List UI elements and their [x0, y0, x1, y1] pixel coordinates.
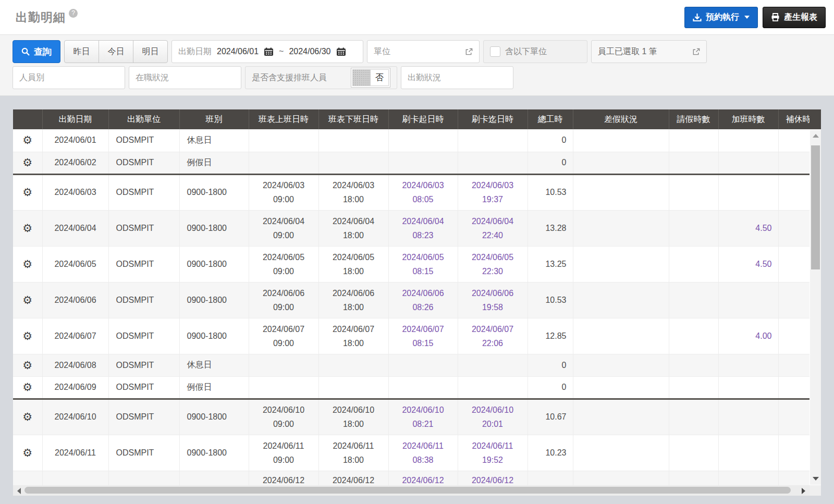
attendance-status-select[interactable]: 出勤狀況: [401, 66, 513, 89]
punch-in-cell[interactable]: 2024/06/10 08:21: [388, 399, 458, 435]
overtime-hours-cell[interactable]: [718, 376, 778, 399]
overtime-hours-cell[interactable]: [718, 354, 778, 376]
punch-out-cell[interactable]: 2024/06/12: [458, 471, 528, 485]
column-header[interactable]: 班表下班日時: [318, 109, 388, 129]
employment-status-select[interactable]: 在職狀況: [129, 66, 241, 89]
leave-hours-cell: [669, 210, 718, 246]
attendance-date-cell: 2024/06/11: [42, 435, 108, 471]
punch-out-cell[interactable]: [458, 354, 528, 376]
overtime-hours-cell[interactable]: [718, 129, 778, 152]
punch-out-cell[interactable]: 2024/06/04 22:40: [458, 210, 528, 246]
gear-icon[interactable]: ⚙: [22, 186, 32, 198]
shift-cell: 0900-1800: [179, 282, 249, 318]
scroll-up-icon[interactable]: [813, 134, 819, 138]
overtime-hours-cell[interactable]: [718, 174, 778, 210]
vertical-scrollbar[interactable]: [810, 130, 821, 485]
column-header[interactable]: [13, 109, 42, 129]
overtime-hours-cell[interactable]: 4.50: [718, 246, 778, 282]
punch-in-cell[interactable]: 2024/06/12: [388, 471, 458, 485]
help-icon[interactable]: ?: [69, 9, 78, 18]
gear-icon[interactable]: ⚙: [22, 134, 32, 146]
punch-out-cell[interactable]: 2024/06/06 19:58: [458, 282, 528, 318]
attendance-unit-cell: ODSMPIT: [108, 376, 179, 399]
punch-out-cell[interactable]: [458, 376, 528, 399]
query-button[interactable]: 查詢: [13, 40, 60, 63]
overtime-hours-cell[interactable]: [718, 435, 778, 471]
column-header[interactable]: 出勤單位: [108, 109, 179, 129]
person-type-select[interactable]: 人員別: [13, 66, 125, 89]
gear-icon[interactable]: ⚙: [22, 411, 32, 423]
punch-out-cell[interactable]: [458, 129, 528, 152]
unit-picker[interactable]: 單位: [367, 40, 480, 63]
gear-icon[interactable]: ⚙: [22, 156, 32, 168]
punch-in-cell[interactable]: 2024/06/06 08:26: [388, 282, 458, 318]
punch-in-cell[interactable]: [388, 376, 458, 399]
overtime-hours-cell[interactable]: [718, 471, 778, 485]
scroll-right-icon[interactable]: [802, 488, 805, 494]
leave-status-cell: [573, 399, 669, 435]
gear-icon[interactable]: ⚙: [22, 447, 32, 459]
today-button[interactable]: 今日: [99, 40, 133, 63]
gear-icon[interactable]: ⚙: [22, 258, 32, 270]
calendar-icon[interactable]: [336, 47, 346, 56]
overtime-hours-cell[interactable]: [718, 399, 778, 435]
scroll-down-icon[interactable]: [813, 477, 819, 481]
column-header[interactable]: 刷卡起日時: [388, 109, 458, 129]
column-header[interactable]: 加班時數: [718, 109, 778, 129]
include-sub-units-checkbox[interactable]: [490, 46, 500, 57]
punch-out-cell[interactable]: 2024/06/07 22:06: [458, 318, 528, 354]
column-header[interactable]: 差假狀況: [573, 109, 669, 129]
generate-report-button[interactable]: 產生報表: [763, 7, 826, 28]
vertical-scroll-thumb[interactable]: [811, 145, 820, 269]
column-header[interactable]: 請假時數: [669, 109, 718, 129]
punch-out-cell[interactable]: [458, 152, 528, 174]
punch-in-cell[interactable]: 2024/06/11 08:38: [388, 435, 458, 471]
column-header[interactable]: 出勤日期: [42, 109, 108, 129]
punch-out-cell[interactable]: 2024/06/05 22:30: [458, 246, 528, 282]
punch-in-cell[interactable]: 2024/06/05 08:15: [388, 246, 458, 282]
column-header[interactable]: 班別: [179, 109, 249, 129]
punch-in-cell[interactable]: [388, 354, 458, 376]
tomorrow-button[interactable]: 明日: [133, 40, 168, 63]
overtime-hours-cell[interactable]: 4.50: [718, 210, 778, 246]
overtime-hours-cell[interactable]: [718, 152, 778, 174]
table-row: ⚙ 2024/06/11 ODSMPIT 0900-1800 2024/06/1…: [13, 435, 810, 471]
column-header[interactable]: 刷卡迄日時: [458, 109, 528, 129]
yesterday-button[interactable]: 昨日: [64, 40, 99, 63]
total-hours-cell: 12.85: [528, 318, 573, 354]
gear-icon[interactable]: ⚙: [22, 222, 32, 234]
overtime-hours-cell[interactable]: 4.00: [718, 318, 778, 354]
scroll-left-icon[interactable]: [17, 488, 21, 494]
schedule-run-button[interactable]: 預約執行: [684, 7, 758, 28]
gear-icon[interactable]: ⚙: [22, 381, 32, 393]
gear-icon[interactable]: ⚙: [22, 330, 32, 342]
column-header[interactable]: 補休時數: [778, 109, 810, 129]
horizontal-scrollbar[interactable]: [13, 485, 810, 496]
punch-in-cell[interactable]: 2024/06/04 08:23: [388, 210, 458, 246]
punch-in-cell[interactable]: 2024/06/03 08:05: [388, 174, 458, 210]
support-shift-toggle[interactable]: 否: [351, 68, 390, 88]
employee-picker[interactable]: 員工已選取 1 筆: [591, 40, 707, 63]
punch-in-cell[interactable]: 2024/06/07 08:15: [388, 318, 458, 354]
punch-out-cell[interactable]: 2024/06/11 19:52: [458, 435, 528, 471]
date-to-value[interactable]: 2024/06/30: [289, 47, 330, 56]
external-link-icon[interactable]: [465, 48, 473, 56]
calendar-icon[interactable]: [264, 47, 274, 56]
punch-in-cell[interactable]: [388, 129, 458, 152]
horizontal-scroll-thumb[interactable]: [24, 487, 791, 494]
row-actions-cell: ⚙: [13, 354, 42, 376]
column-header[interactable]: 總工時: [528, 109, 573, 129]
shift-cell: [179, 471, 249, 485]
column-header[interactable]: 班表上班日時: [249, 109, 318, 129]
overtime-hours-cell[interactable]: [718, 282, 778, 318]
external-link-icon[interactable]: [692, 48, 700, 56]
punch-in-cell[interactable]: [388, 152, 458, 174]
scheduled-out-cell: 2024/06/12: [318, 471, 388, 485]
date-from-value[interactable]: 2024/06/01: [217, 47, 259, 56]
shift-cell: 例假日: [179, 376, 249, 399]
leave-status-cell: [573, 376, 669, 399]
gear-icon[interactable]: ⚙: [22, 294, 32, 306]
punch-out-cell[interactable]: 2024/06/10 20:01: [458, 399, 528, 435]
gear-icon[interactable]: ⚙: [22, 359, 32, 371]
punch-out-cell[interactable]: 2024/06/03 19:37: [458, 174, 528, 210]
